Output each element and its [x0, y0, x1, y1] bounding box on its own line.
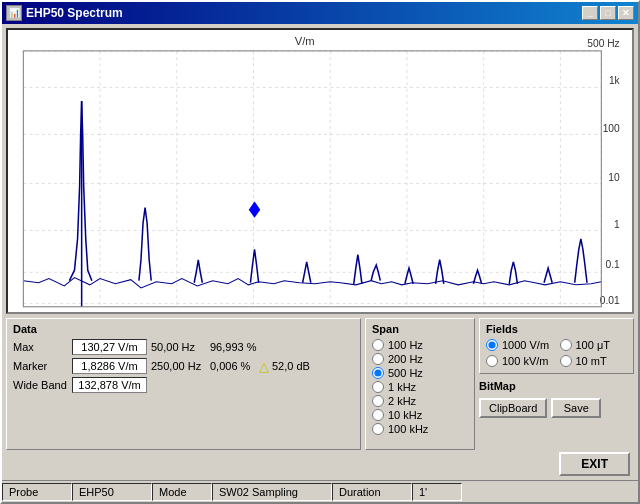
title-bar-buttons: _ □ ✕: [582, 6, 634, 20]
maximize-button[interactable]: □: [600, 6, 616, 20]
span-10khz-label: 10 kHz: [388, 409, 422, 421]
window-icon: 📊: [6, 5, 22, 21]
window-title: EHP50 Spectrum: [26, 6, 582, 20]
close-button[interactable]: ✕: [618, 6, 634, 20]
span-100hz[interactable]: 100 Hz: [372, 339, 468, 351]
svg-text:100: 100: [603, 123, 620, 134]
span-100khz-label: 100 kHz: [388, 423, 428, 435]
triangle-icon: △: [259, 359, 269, 374]
bitmap-section: BitMap ClipBoard Save: [479, 380, 634, 418]
bottom-panel: Data Max 130,27 V/m 50,00 Hz 96,993 % Ma…: [6, 318, 634, 476]
exit-row: EXIT: [6, 452, 634, 476]
span-2khz-radio[interactable]: [372, 395, 384, 407]
max-pct: 96,993 %: [210, 341, 256, 353]
main-window: 📊 EHP50 Spectrum _ □ ✕ V/m 500 Hz 1k 100…: [0, 0, 640, 504]
span-100khz-radio[interactable]: [372, 423, 384, 435]
span-1khz-radio[interactable]: [372, 381, 384, 393]
bitmap-buttons: ClipBoard Save: [479, 398, 634, 418]
marker-freq: 250,00 Hz: [151, 360, 206, 372]
field-100ut-radio[interactable]: [560, 339, 572, 351]
marker-db: 52,0 dB: [272, 360, 310, 372]
span-500hz[interactable]: 500 Hz: [372, 367, 468, 379]
svg-text:10: 10: [608, 172, 620, 183]
field-100ut-label: 100 μT: [576, 339, 610, 351]
span-100hz-radio[interactable]: [372, 339, 384, 351]
clipboard-button[interactable]: ClipBoard: [479, 398, 547, 418]
status-time: 1': [412, 483, 462, 501]
span-100hz-label: 100 Hz: [388, 339, 423, 351]
field-10mt-radio[interactable]: [560, 355, 572, 367]
span-section-title: Span: [372, 323, 468, 335]
status-bar: Probe EHP50 Mode SW02 Sampling Duration …: [2, 480, 638, 502]
field-10mt[interactable]: 10 mT: [560, 355, 628, 367]
span-200hz-label: 200 Hz: [388, 353, 423, 365]
marker-label: Marker: [13, 360, 68, 372]
svg-text:V/m: V/m: [295, 35, 315, 47]
span-1khz[interactable]: 1 kHz: [372, 381, 468, 393]
max-freq: 50,00 Hz: [151, 341, 206, 353]
controls-row: Data Max 130,27 V/m 50,00 Hz 96,993 % Ma…: [6, 318, 634, 450]
fields-bitmap-column: Fields 1000 V/m 100 μT: [479, 318, 634, 450]
status-duration: Duration: [332, 483, 412, 501]
svg-text:0.01: 0.01: [600, 295, 620, 306]
span-500hz-radio[interactable]: [372, 367, 384, 379]
marker-value: 1,8286 V/m: [72, 358, 147, 374]
field-10mt-label: 10 mT: [576, 355, 607, 367]
wideband-row: Wide Band 132,878 V/m: [13, 377, 354, 393]
wideband-label: Wide Band: [13, 379, 68, 391]
field-100kvm[interactable]: 100 kV/m: [486, 355, 554, 367]
span-section: Span 100 Hz 200 Hz 500 Hz: [365, 318, 475, 450]
status-device: EHP50: [72, 483, 152, 501]
field-100ut[interactable]: 100 μT: [560, 339, 628, 351]
span-100khz[interactable]: 100 kHz: [372, 423, 468, 435]
max-row: Max 130,27 V/m 50,00 Hz 96,993 %: [13, 339, 354, 355]
max-label: Max: [13, 341, 68, 353]
span-1khz-label: 1 kHz: [388, 381, 416, 393]
span-2khz-label: 2 kHz: [388, 395, 416, 407]
field-100kvm-label: 100 kV/m: [502, 355, 548, 367]
fields-grid: 1000 V/m 100 μT 100 kV/m: [486, 339, 627, 369]
field-1000vm-radio[interactable]: [486, 339, 498, 351]
save-button[interactable]: Save: [551, 398, 601, 418]
marker-pct: 0,006 %: [210, 360, 255, 372]
data-section-title: Data: [13, 323, 354, 335]
marker-db-row: △ 52,0 dB: [259, 359, 310, 374]
span-500hz-label: 500 Hz: [388, 367, 423, 379]
span-200hz[interactable]: 200 Hz: [372, 353, 468, 365]
span-2khz[interactable]: 2 kHz: [372, 395, 468, 407]
minimize-button[interactable]: _: [582, 6, 598, 20]
chart-svg: V/m 500 Hz 1k 100 10 1 0.1 0.01: [8, 30, 632, 312]
max-value: 130,27 V/m: [72, 339, 147, 355]
field-1000vm-label: 1000 V/m: [502, 339, 549, 351]
data-section: Data Max 130,27 V/m 50,00 Hz 96,993 % Ma…: [6, 318, 361, 450]
field-100kvm-radio[interactable]: [486, 355, 498, 367]
svg-text:1: 1: [614, 219, 620, 230]
fields-section: Fields 1000 V/m 100 μT: [479, 318, 634, 374]
main-content: V/m 500 Hz 1k 100 10 1 0.1 0.01: [2, 24, 638, 480]
title-bar: 📊 EHP50 Spectrum _ □ ✕: [2, 2, 638, 24]
svg-text:0.1: 0.1: [606, 259, 620, 270]
svg-rect-0: [8, 30, 632, 312]
fields-section-title: Fields: [486, 323, 627, 335]
status-probe: Probe: [2, 483, 72, 501]
span-10khz[interactable]: 10 kHz: [372, 409, 468, 421]
svg-text:1k: 1k: [609, 75, 621, 86]
wideband-value: 132,878 V/m: [72, 377, 147, 393]
status-sampling: SW02 Sampling: [212, 483, 332, 501]
span-200hz-radio[interactable]: [372, 353, 384, 365]
span-10khz-radio[interactable]: [372, 409, 384, 421]
exit-button[interactable]: EXIT: [559, 452, 630, 476]
bitmap-label: BitMap: [479, 380, 634, 392]
field-1000vm[interactable]: 1000 V/m: [486, 339, 554, 351]
spectrum-chart: V/m 500 Hz 1k 100 10 1 0.1 0.01: [6, 28, 634, 314]
status-mode: Mode: [152, 483, 212, 501]
marker-row: Marker 1,8286 V/m 250,00 Hz 0,006 % △ 52…: [13, 358, 354, 374]
svg-text:500 Hz: 500 Hz: [587, 38, 619, 49]
